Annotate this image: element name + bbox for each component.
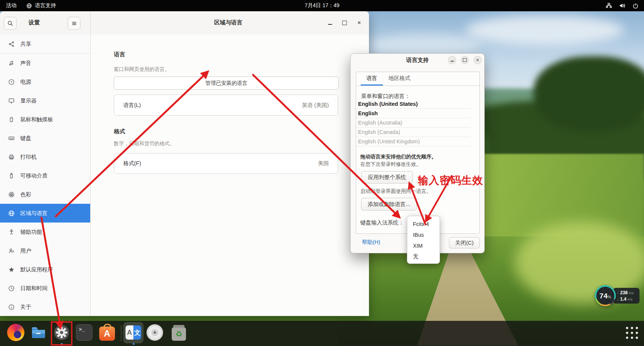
ime-option-ibus[interactable]: IBus — [407, 229, 440, 240]
download-unit: K/s — [627, 298, 632, 301]
network-speed-widget: ↑ 238K/s ↓ 1.4K/s — [613, 288, 639, 304]
dock-item-settings[interactable] — [53, 324, 70, 341]
language-section-subtitle: 窗口和网页使用的语言。 — [114, 66, 170, 73]
sidebar-item-label: 用户 — [20, 247, 31, 254]
globe-icon — [26, 3, 32, 9]
printer-icon — [8, 154, 15, 160]
accessibility-icon — [8, 229, 15, 235]
dialog-minimize-button[interactable] — [448, 56, 456, 64]
cpu-gauge-widget: 74% — [595, 285, 616, 306]
dock: >_ A A 文 ♻ — [0, 321, 644, 346]
language-list-item[interactable]: English (United Kingdom) — [355, 137, 470, 146]
download-value: 1.4 — [620, 296, 627, 302]
close-button[interactable]: × — [355, 19, 363, 27]
software-center-icon: A — [99, 326, 115, 341]
sidebar-item-keyboard[interactable]: 键盘 — [0, 129, 90, 147]
sidebar-item-printers[interactable]: 打印机 — [0, 147, 90, 166]
sidebar-item-label: 打印机 — [20, 153, 37, 161]
dock-item-trash[interactable]: ♻ — [170, 324, 187, 341]
sidebar-item-date-time[interactable]: 日期和时间 — [0, 279, 90, 298]
dock-item-firefox[interactable] — [7, 324, 24, 341]
language-list-item[interactable]: English (Australia) — [355, 118, 470, 128]
removable-media-icon — [8, 173, 15, 179]
share-icon — [8, 41, 15, 47]
format-row[interactable]: 格式(F) 美国 — [114, 153, 338, 174]
minimize-button[interactable] — [326, 19, 334, 27]
ime-option-none[interactable]: 无 — [407, 251, 440, 262]
sidebar-item-label: 关于 — [20, 304, 31, 311]
search-button[interactable] — [4, 17, 17, 30]
sidebar-item-label: 声音 — [20, 60, 31, 67]
language-row-value: 英语 (美国) — [302, 102, 329, 109]
ime-option-fcitx4[interactable]: Fcitx 4 — [407, 218, 440, 229]
dock-item-language-support[interactable]: A 文 — [125, 324, 142, 341]
sidebar-item-label: 键盘 — [20, 135, 31, 142]
dock-item-files[interactable] — [29, 324, 47, 341]
minimize-icon — [450, 61, 454, 62]
sidebar-item-color[interactable]: 色彩 — [0, 185, 90, 204]
wallpaper-cloud — [368, 34, 481, 56]
menu-language-label: 菜单和窗口的语言： — [361, 93, 410, 100]
sidebar-item-displays[interactable]: 显示器 — [0, 91, 90, 110]
sidebar-item-mouse[interactable]: 鼠标和触摸板 — [0, 110, 90, 129]
focused-app-name: 语言支持 — [35, 2, 56, 9]
firefox-icon — [7, 324, 24, 341]
dock-item-media-player[interactable] — [146, 324, 163, 341]
dialog-maximize-button[interactable] — [461, 56, 469, 64]
manage-installed-languages-button[interactable]: 管理已安装的语言 — [114, 77, 339, 90]
sound-icon — [8, 60, 15, 66]
activities-button[interactable]: 活动 — [6, 2, 17, 9]
drag-priority-hint: 拖动语言来安排他们的优先顺序。 — [360, 153, 437, 160]
annotation-password-note: 输入密码生效 — [418, 173, 483, 188]
power-icon[interactable] — [632, 3, 639, 9]
sidebar-item-sharing[interactable]: 共享 — [0, 35, 90, 53]
region-language-panel: 语言 窗口和网页使用的语言。 管理已安装的语言 语言(L) 英语 (美国) 格式… — [91, 35, 369, 316]
sidebar-item-about[interactable]: 关于 — [0, 298, 90, 316]
sidebar-item-removable-media[interactable]: 可移动介质 — [0, 166, 90, 185]
language-list-item[interactable]: English (United States) — [355, 99, 470, 109]
sidebar-item-sound[interactable]: 声音 — [0, 54, 90, 72]
search-icon — [7, 20, 13, 26]
menu-button[interactable] — [68, 17, 80, 30]
sidebar-item-region-language[interactable]: 区域与语言 — [0, 204, 90, 223]
sidebar-item-label: 默认应用程序 — [20, 266, 53, 273]
add-remove-languages-button[interactable]: 添加或删除语言... — [361, 198, 417, 211]
maximize-button[interactable] — [341, 19, 348, 27]
sidebar-item-label: 色彩 — [20, 191, 31, 198]
dock-separator — [121, 325, 121, 341]
sidebar-item-accessibility[interactable]: 辅助功能 — [0, 223, 90, 241]
language-list-item[interactable]: English (Canada) — [355, 128, 470, 137]
mouse-icon — [8, 116, 15, 123]
wired-network-icon[interactable] — [606, 3, 612, 9]
language-row-label: 语言(L) — [123, 102, 141, 109]
focused-app-menu[interactable]: 语言支持 — [26, 2, 56, 9]
tab-language[interactable]: 语言 — [361, 72, 383, 86]
format-row-value: 美国 — [318, 160, 329, 167]
sidebar-item-label: 鼠标和触摸板 — [20, 116, 53, 123]
maximize-icon — [342, 21, 347, 25]
show-applications-button[interactable] — [624, 325, 640, 341]
help-button[interactable]: 帮助(H) — [362, 239, 380, 246]
ime-option-xim[interactable]: XIM — [407, 240, 440, 251]
cpu-percent: 74 — [599, 292, 608, 300]
settings-headerbar: 设置 区域与语言 × — [0, 11, 369, 35]
desktop: ↑ 238K/s ↓ 1.4K/s 74% 设置 区域与语言 × — [0, 0, 644, 346]
sidebar-item-power[interactable]: 电源 — [0, 72, 90, 91]
dialog-close-button[interactable]: × — [473, 56, 482, 64]
sidebar-item-label: 可移动介质 — [20, 172, 48, 179]
language-list-item[interactable]: English — [355, 109, 470, 118]
sidebar-item-default-apps[interactable]: 默认应用程序 — [0, 260, 90, 279]
language-row[interactable]: 语言(L) 英语 (美国) — [114, 95, 338, 116]
files-icon — [29, 324, 47, 341]
tab-regional-formats[interactable]: 地区格式 — [383, 72, 416, 86]
dock-item-terminal[interactable]: >_ — [76, 324, 93, 341]
recycle-glyph: ♻ — [175, 329, 182, 338]
ime-system-label: 键盘输入法系统： — [360, 219, 404, 226]
dock-item-software-center[interactable]: A — [98, 324, 116, 341]
dialog-close-action-button[interactable]: 关闭(C) — [449, 237, 480, 248]
clock[interactable]: 7月4日 17：49 — [0, 2, 644, 9]
settings-sidebar: 共享 声音 电源 显示器 鼠标和触摸板 键盘 — [0, 35, 90, 316]
apply-system-wide-button[interactable]: 应用到整个系统 — [361, 171, 413, 184]
sidebar-item-users[interactable]: 用户 — [0, 241, 90, 260]
volume-icon[interactable] — [619, 2, 626, 9]
